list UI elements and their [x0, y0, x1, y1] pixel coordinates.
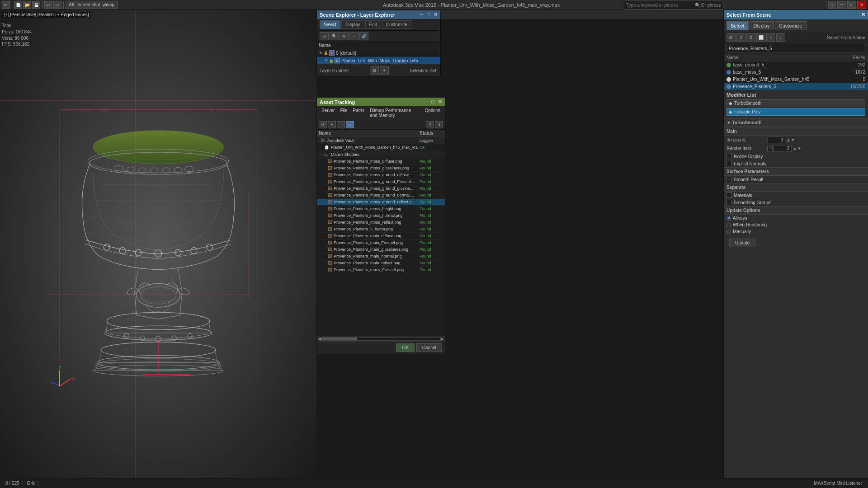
- at-row-planter-max[interactable]: 📋 Planter_Urn_With_Moss_Garden_h45_max_v…: [317, 144, 445, 151]
- at-row-vault[interactable]: 🏛 Autodesk Vault Logged: [317, 137, 445, 144]
- workspace-label[interactable]: AK_Screenshot_wrksp: [66, 1, 118, 9]
- new-file-icon[interactable]: 📄: [14, 1, 22, 9]
- rp-tab-select[interactable]: Select: [726, 21, 749, 30]
- when-rendering-radio[interactable]: [726, 223, 731, 227]
- smoothing-groups-checkbox[interactable]: ✓: [726, 200, 732, 205]
- at-scroll-track[interactable]: [321, 337, 441, 341]
- minimize-btn[interactable]: ─: [837, 1, 846, 9]
- rp-layout-icon[interactable]: ⬜: [756, 33, 765, 42]
- at-scroll-left[interactable]: ◀: [318, 337, 321, 341]
- search-icon[interactable]: 🔍: [695, 3, 700, 8]
- at-ok-btn[interactable]: OK: [396, 343, 414, 352]
- se-bottom-icon2[interactable]: ✦: [380, 66, 389, 75]
- at-row-planters-5-bump[interactable]: 🖼 Provence_Planters_5_bump.png Found: [317, 226, 445, 233]
- at-scroll-thumb[interactable]: [321, 338, 357, 340]
- undo-icon[interactable]: ↩: [44, 1, 52, 9]
- viewport[interactable]: [+] [Perspective] [Realistic + Edged Fac…: [0, 10, 316, 478]
- se-layer-default[interactable]: 👁 🔓 L 0 (default): [317, 49, 440, 57]
- se-sort-icon[interactable]: ↕: [349, 32, 359, 40]
- at-menu-options[interactable]: Options: [422, 107, 443, 119]
- at-row-planters-main-reflect[interactable]: 🖼 Provence_Planters_main_reflect.png Fou…: [317, 260, 445, 267]
- rp-sort-icon[interactable]: ↕: [776, 33, 785, 42]
- save-icon[interactable]: 💾: [32, 1, 40, 9]
- help-icon[interactable]: ?: [828, 1, 836, 9]
- manually-radio[interactable]: [726, 230, 731, 234]
- at-row-planters-main-fresnel[interactable]: 🖼 Provence_Planters_main_Fresnel.png Fou…: [317, 239, 445, 246]
- at-table-body[interactable]: 🏛 Autodesk Vault Logged 📋 Planter_Urn_Wi…: [317, 137, 445, 336]
- always-radio[interactable]: [726, 216, 731, 221]
- rp-sync-icon[interactable]: ↺: [736, 33, 745, 42]
- at-cancel-btn[interactable]: Cancel: [416, 343, 442, 352]
- update-btn[interactable]: Update: [729, 239, 755, 247]
- at-row-moss-ground-glosine[interactable]: 🖼 Provence_Painters_moss_ground_glosine.…: [317, 185, 445, 192]
- rp-settings-icon[interactable]: ⚙: [746, 33, 755, 42]
- at-maximize-btn[interactable]: □: [431, 99, 434, 105]
- se-link-icon[interactable]: 🔗: [359, 32, 368, 40]
- at-add-icon[interactable]: +: [328, 121, 336, 128]
- modifier-turbosmooth[interactable]: ◆ TurboSmooth: [726, 99, 865, 107]
- at-scrollbar[interactable]: ◀ ▶: [317, 336, 445, 341]
- at-close-btn[interactable]: ✕: [438, 99, 442, 105]
- se-bottom-icon1[interactable]: ⊞: [370, 66, 379, 75]
- at-row-moss-ground-normal[interactable]: 🖼 Provence_Painters_moss_ground_normal..…: [317, 192, 445, 199]
- eye-icon-default[interactable]: 👁: [319, 51, 323, 55]
- scene-obj-planter[interactable]: Planter_Urn_With_Moss_Garden_h45 0: [724, 76, 868, 83]
- materials-checkbox[interactable]: ✓: [726, 192, 732, 198]
- se-tab-edit[interactable]: Edit: [365, 20, 381, 29]
- at-row-moss-ground-fresnel[interactable]: 🖼 Provence_Painters_moss_ground_Fresnel.…: [317, 178, 445, 185]
- rp-tab-customize[interactable]: Customize: [775, 21, 807, 30]
- at-row-moss-diffuse[interactable]: 🖼 Provence_Painters_moss_diffuse.png Fou…: [317, 158, 445, 165]
- se-bottom-layer-label[interactable]: Layer Explorer: [320, 68, 349, 73]
- eye-icon-planter[interactable]: 👁: [324, 58, 328, 63]
- at-row-moss-normal[interactable]: 🖼 Provence_Painters_moss_normal.png Foun…: [317, 212, 445, 219]
- search-bar[interactable]: 🔍 Or phrase: [624, 0, 723, 10]
- at-refresh-icon[interactable]: ↺: [319, 121, 327, 128]
- redo-icon[interactable]: ↪: [53, 1, 61, 9]
- at-menu-server[interactable]: Server: [319, 107, 337, 119]
- se-layer-planter[interactable]: 👁 🔓 L Planter_Urn_With_Moss_Garden_h45: [317, 57, 440, 65]
- open-file-icon[interactable]: 📂: [23, 1, 31, 9]
- modifier-editable-poly[interactable]: ◆ Editable Poly: [726, 108, 865, 116]
- at-row-planters-main-diffuse[interactable]: 🖼 Provence_Planters_main_diffuse.png Fou…: [317, 233, 445, 239]
- at-info-icon[interactable]: ℹ: [435, 121, 443, 128]
- se-find-icon[interactable]: 🔍: [330, 32, 339, 40]
- search-input[interactable]: [626, 3, 695, 8]
- se-tab-customize[interactable]: Customize: [382, 20, 411, 29]
- isoline-checkbox[interactable]: ✓: [726, 154, 732, 159]
- at-row-moss-glossiness[interactable]: 🖼 Provence_Painters_moss_glossiness.png …: [317, 165, 445, 172]
- scene-obj-base-ground[interactable]: base_ground_5 192: [724, 61, 868, 69]
- iterations-input[interactable]: [767, 136, 785, 143]
- se-maximize-btn[interactable]: □: [427, 12, 430, 18]
- scene-obj-provence[interactable]: Provence_Planters_5 158750: [724, 83, 868, 90]
- max-logo[interactable]: M: [2, 1, 10, 9]
- maximize-btn[interactable]: □: [847, 1, 856, 9]
- at-row-moss-height[interactable]: 🖼 Provence_Painters_moss_height.png Foun…: [317, 206, 445, 212]
- at-remove-icon[interactable]: −: [337, 121, 345, 128]
- at-menu-file[interactable]: File: [337, 107, 350, 119]
- explicit-normals-checkbox[interactable]: ✓: [726, 161, 732, 166]
- at-row-planters-main-normal[interactable]: 🖼 Provence_Planters_main_normal.png Foun…: [317, 253, 445, 260]
- rp-close-icon[interactable]: ✕: [861, 12, 865, 18]
- se-tab-display[interactable]: Display: [341, 20, 364, 29]
- at-settings-icon[interactable]: ≡: [346, 121, 354, 128]
- render-iters-input[interactable]: [774, 145, 792, 152]
- se-close-btn[interactable]: ✕: [434, 12, 438, 18]
- at-row-moss-ground-diffuse[interactable]: 🖼 Provence_Painters_moss_ground_diffuse.…: [317, 172, 445, 178]
- at-row-moss-ground-reflect[interactable]: 🖼 Provence_Painters_moss_ground_reflect.…: [317, 199, 445, 206]
- rp-search-input[interactable]: [726, 45, 865, 52]
- at-minimize-btn[interactable]: ─: [425, 99, 428, 105]
- at-row-maps[interactable]: 🗂 Maps / Shaders: [317, 151, 445, 158]
- rp-tab-display[interactable]: Display: [750, 21, 774, 30]
- at-row-planters-main-glossiness[interactable]: 🖼 Provence_Planters_main_glossiness.png …: [317, 246, 445, 253]
- rp-filter-icon[interactable]: ⊞: [726, 33, 736, 42]
- se-filter-icon[interactable]: ⊞: [320, 32, 329, 40]
- at-menu-bitmap[interactable]: Bitmap Performance and Memory: [367, 107, 422, 119]
- render-iters-checkbox[interactable]: ✓: [767, 146, 773, 151]
- render-iters-spinner[interactable]: ▲▼: [793, 146, 802, 151]
- scene-obj-base-moss[interactable]: base_moss_5 1872: [724, 69, 868, 76]
- at-menu-paths[interactable]: Paths: [350, 107, 368, 119]
- at-help-icon[interactable]: ?: [426, 121, 434, 128]
- smooth-result-checkbox[interactable]: ✓: [726, 177, 732, 182]
- se-tab-select[interactable]: Select: [320, 20, 340, 29]
- close-btn[interactable]: ✕: [857, 1, 866, 9]
